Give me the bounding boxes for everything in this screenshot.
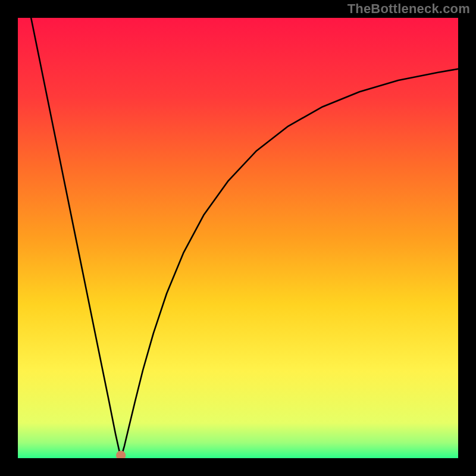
watermark-text: TheBottleneck.com	[347, 1, 470, 17]
chart-svg	[18, 18, 458, 458]
plot-background	[18, 18, 458, 458]
chart-frame: TheBottleneck.com	[0, 0, 476, 476]
